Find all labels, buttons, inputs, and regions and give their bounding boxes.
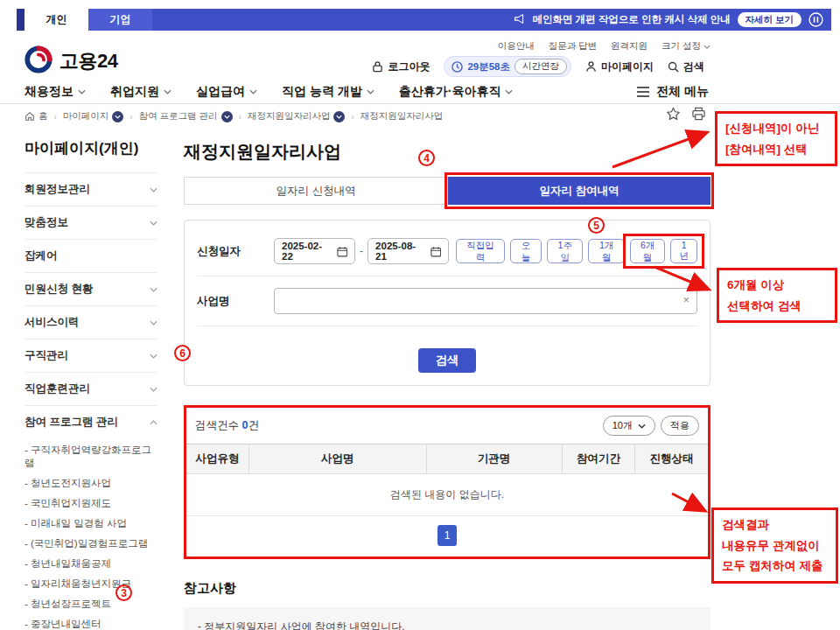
- sidebar-item-label: 회원정보관리: [24, 182, 90, 197]
- topbar-accent: [17, 9, 24, 31]
- chevron-up-icon: [150, 420, 158, 425]
- annotation-line: 선택하여 검색: [727, 296, 827, 317]
- date-from-input[interactable]: 2025-02-22: [274, 238, 355, 264]
- results-table-header-row: 사업유형 사업명 기관명 참여기간 진행상태: [186, 444, 708, 474]
- annotation-line: 6개월 이상: [727, 275, 827, 296]
- utility-link-remote[interactable]: 원격지원: [611, 40, 648, 52]
- audience-tab-business[interactable]: 기업: [88, 9, 152, 31]
- tab-job-participation-history[interactable]: 일자리 참여내역: [448, 177, 710, 205]
- nav-item-vocational-dev[interactable]: 직업 능력 개발: [282, 84, 374, 100]
- business-name-input[interactable]: [274, 288, 697, 314]
- person-icon: [585, 60, 597, 73]
- nav-label: 실업급여: [196, 84, 245, 100]
- period-button-1week[interactable]: 1주일: [547, 239, 583, 263]
- date-range-label: 신청일자: [197, 244, 274, 259]
- page-button-1[interactable]: 1: [438, 525, 457, 546]
- breadcrumb-mypage[interactable]: 마이페이지: [63, 110, 124, 122]
- calendar-icon: [337, 246, 348, 257]
- sidebar-sub-item[interactable]: - (국민취업)일경험프로그램: [24, 534, 158, 554]
- clear-icon[interactable]: ×: [682, 294, 690, 305]
- sidebar-sub-item[interactable]: - 청년내일채움공제: [24, 554, 158, 574]
- breadcrumb-program-mgmt[interactable]: 참여 프로그램 관리: [139, 110, 233, 122]
- logo[interactable]: 고용24: [24, 46, 117, 77]
- utility-link-fontsize[interactable]: 크기 설정: [662, 40, 710, 52]
- extend-time-button[interactable]: 시간연장: [514, 59, 567, 74]
- tab-job-application-history[interactable]: 일자리 신청내역: [184, 177, 448, 205]
- utility-link-qna[interactable]: 질문과 답변: [549, 40, 597, 52]
- sidebar-item-training[interactable]: 직업훈련관리: [24, 372, 158, 405]
- col-participation-period: 참여기간: [562, 444, 634, 474]
- breadcrumb-home[interactable]: 홈: [24, 110, 48, 122]
- sidebar-sub-item[interactable]: - 미래내일 일경험 사업: [24, 514, 158, 534]
- breadcrumb-dropdown-icon[interactable]: [112, 111, 123, 122]
- sidebar-item-label: 서비스이력: [24, 315, 80, 330]
- nav-item-employment-support[interactable]: 취업지원: [110, 84, 172, 100]
- breadcrumb-dropdown-icon[interactable]: [333, 111, 345, 122]
- breadcrumb-label: 마이페이지: [63, 110, 109, 122]
- content-tabs: 일자리 신청내역 일자리 참여내역: [184, 177, 710, 205]
- nav-item-unemployment-benefit[interactable]: 실업급여: [196, 84, 257, 100]
- period-button-1year[interactable]: 1년: [670, 239, 697, 263]
- breadcrumb: 홈 › 마이페이지 › 참여 프로그램 관리 › 재정지원일자리사업 › 재정지…: [24, 110, 443, 122]
- logout-label: 로그아웃: [388, 60, 430, 74]
- all-menu-button[interactable]: 전체 메뉴: [636, 84, 709, 100]
- step-number-3: 3: [116, 584, 132, 601]
- sidebar-sub-item[interactable]: - 일자리채움청년지원금: [24, 574, 158, 594]
- breadcrumb-dropdown-icon[interactable]: [221, 111, 233, 122]
- annotation-line: [신청내역]이 아닌: [725, 118, 827, 139]
- period-button-6months[interactable]: 6개월: [630, 239, 665, 263]
- star-icon[interactable]: [666, 107, 681, 124]
- chevron-down-icon: [164, 89, 172, 94]
- notice-detail-button[interactable]: 자세히 보기: [738, 12, 802, 27]
- breadcrumb-label: 참여 프로그램 관리: [139, 110, 218, 122]
- utility-link-guide[interactable]: 이용안내: [498, 40, 535, 52]
- sidebar-item-label: 맞춤정보: [24, 215, 68, 230]
- sidebar-sub-item[interactable]: - 구직자취업역량강화프로그램: [24, 440, 158, 473]
- logout-button[interactable]: 로그아웃: [372, 60, 430, 74]
- sidebar-item-service-history[interactable]: 서비스이력: [24, 305, 158, 339]
- sidebar-sub-item[interactable]: - 청년성장프로젝트: [24, 594, 158, 614]
- sidebar-sub-item[interactable]: - 국민취업지원제도: [24, 494, 158, 514]
- period-button-today[interactable]: 오늘: [510, 239, 542, 263]
- chevron-down-icon: [150, 320, 158, 326]
- sidebar-item-custom-info[interactable]: 맞춤정보: [24, 206, 158, 239]
- period-button-manual[interactable]: 직접입력: [456, 239, 505, 263]
- sidebar-item-program-mgmt[interactable]: 참여 프로그램 관리: [24, 405, 158, 438]
- menu-icon: [636, 87, 650, 97]
- page-size-select[interactable]: 10개: [603, 416, 655, 436]
- nav-label: 채용정보: [24, 84, 74, 100]
- empty-row: 검색된 내용이 없습니다.: [186, 474, 708, 516]
- sidebar-item-jobcare[interactable]: 잡케어: [24, 239, 158, 272]
- sidebar-item-label: 참여 프로그램 관리: [24, 415, 118, 430]
- sidebar-item-civil-status[interactable]: 민원신청 현황: [24, 272, 158, 305]
- mypage-button[interactable]: 마이페이지: [585, 60, 654, 74]
- megaphone-icon: [514, 12, 525, 28]
- sidebar-item-member-info[interactable]: 회원정보관리: [24, 172, 158, 206]
- sidebar-title: 마이페이지(개인): [24, 138, 158, 172]
- nav-item-parental-leave[interactable]: 출산휴가·육아휴직: [399, 84, 514, 100]
- period-button-1month[interactable]: 1개월: [588, 239, 624, 263]
- pause-icon[interactable]: [808, 12, 823, 27]
- nav-item-recruit[interactable]: 채용정보: [24, 84, 86, 100]
- chevron-down-icon: [505, 89, 513, 94]
- annotation-line: [참여내역] 선택: [725, 139, 827, 160]
- step-number-4: 4: [418, 150, 435, 166]
- notice-text: 메인화면 개편 작업으로 인한 캐시 삭제 안내: [532, 13, 730, 26]
- notes-box: - 정부지원일자리 사업에 참여한 내역입니다. - 타 기관에서 제공한 일자…: [184, 607, 710, 630]
- audience-tab-personal[interactable]: 개인: [24, 9, 88, 31]
- breadcrumb-program[interactable]: 재정지원일자리사업: [248, 110, 346, 122]
- printer-icon[interactable]: [691, 107, 706, 124]
- session-row: 로그아웃 29분58초 시간연장 마이페이지 검색: [372, 56, 704, 77]
- sidebar-sub-item[interactable]: - 청년도전지원사업: [24, 473, 158, 494]
- main-nav: 채용정보 취업지원 실업급여 직업 능력 개발 출산휴가·육아휴직: [24, 84, 513, 100]
- search-button-header[interactable]: 검색: [668, 60, 704, 74]
- empty-message: 검색된 내용이 없습니다.: [186, 474, 708, 516]
- sidebar-sub-item[interactable]: - 중장년내일센터: [24, 614, 158, 630]
- sidebar-item-jobseeking[interactable]: 구직관리: [24, 339, 158, 372]
- search-submit-button[interactable]: 검색: [418, 348, 476, 373]
- utility-link-fontsize-label: 크기 설정: [662, 40, 701, 52]
- date-to-input[interactable]: 2025-08-21: [368, 238, 449, 264]
- apply-button[interactable]: 적용: [661, 416, 699, 436]
- home-icon: [24, 111, 35, 122]
- search-icon: [668, 61, 679, 73]
